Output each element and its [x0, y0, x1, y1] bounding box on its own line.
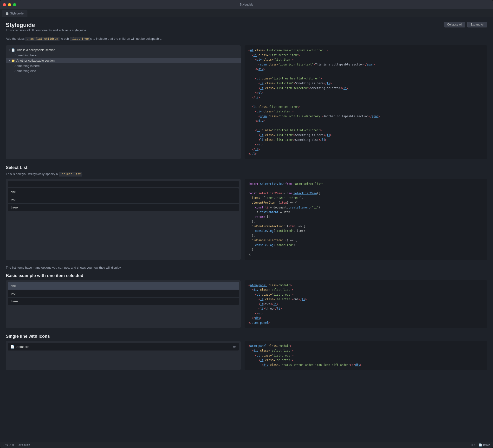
list-item[interactable]: three: [8, 298, 239, 305]
single-line-row: 📄 Some file ⊕ <atom-panel class='modal'>…: [6, 341, 487, 370]
page-subtitle: This exercises all UI components and act…: [6, 28, 87, 32]
tree-item-1-label: This is a collapsable section: [16, 48, 55, 52]
tree-demo: ▾ 📄 This is a collapsable section Someth…: [6, 45, 241, 75]
warning-icon: ⚠: [9, 443, 11, 447]
add-icon[interactable]: ⊕: [233, 345, 236, 348]
warning-number: 0: [12, 443, 14, 446]
select-list-code-panel: import SelectListView from 'atom-select-…: [245, 179, 487, 260]
info-line: Add the class .has-flat-children to sub-…: [6, 36, 487, 41]
expand-all-button[interactable]: Expand All: [467, 22, 487, 27]
chevron-down-icon: ▾: [9, 49, 10, 51]
file-item-right: ⊕: [233, 345, 236, 348]
error-number: 0: [7, 443, 8, 446]
close-button[interactable]: [3, 3, 6, 6]
status-bar: ⓘ 0 ⚠ 0 Styleguide ⇥ 2 📄 0 files: [0, 442, 493, 448]
list-item[interactable]: three: [8, 204, 239, 211]
tree-child-2-2[interactable]: Something else: [11, 68, 241, 73]
content-panel[interactable]: Styleguide This exercises all UI compone…: [0, 17, 493, 442]
tree-demo-panel: ▾ 📄 This is a collapsable section Someth…: [6, 45, 241, 159]
single-line-code-panel: <atom-panel class='modal'> <div class='s…: [245, 341, 487, 370]
main-area: Styleguide This exercises all UI compone…: [0, 17, 493, 442]
search-container: [8, 181, 239, 187]
page-title-group: Styleguide This exercises all UI compone…: [6, 22, 87, 34]
single-line-heading: Single line with icons: [6, 334, 487, 339]
file-count: 📄 0 files: [479, 443, 490, 447]
tab-size-label: ⇥: [470, 443, 472, 447]
file-name: Some file: [16, 345, 29, 348]
error-icon: ⓘ: [3, 443, 6, 447]
list-items-desc: The list items have many options you can…: [6, 266, 487, 269]
tab-size-value: 2: [473, 443, 475, 446]
list-item[interactable]: two: [8, 290, 239, 298]
list-item[interactable]: two: [8, 196, 239, 204]
tab-label: Styleguide: [10, 12, 23, 15]
select-list-code-block: import SelectListView from 'atom-select-…: [248, 182, 483, 257]
select-list-search-input[interactable]: [10, 182, 236, 186]
tree-code-panel: <ul class='list-tree has-collapsable-chi…: [245, 45, 487, 159]
tree-item-2-children: Something is here Something else: [6, 63, 241, 73]
select-list-demo-panel: one two three: [6, 179, 241, 260]
status-bar-right: ⇥ 2 📄 0 files: [470, 443, 490, 447]
single-line-demo: 📄 Some file ⊕: [6, 341, 241, 352]
basic-example-demo: one two three: [6, 280, 241, 307]
window-controls: [3, 3, 16, 6]
tree-item-2-label: Another collapsable section: [16, 59, 55, 62]
tab-bar: 📄 Styleguide: [0, 9, 493, 17]
select-list-demo: one two three: [6, 179, 241, 213]
project-name: Styleguide: [18, 443, 30, 446]
tree-child-2-1[interactable]: Something is here: [11, 63, 241, 68]
list-item[interactable]: one: [8, 188, 239, 196]
basic-select-list-items: one two three: [8, 282, 239, 305]
header-buttons: Collapse All Expand All: [444, 22, 487, 27]
select-list-section-row: one two three import SelectListView from…: [6, 179, 487, 260]
select-list-heading: Select List: [6, 165, 487, 170]
maximize-button[interactable]: [13, 3, 16, 6]
code-list-tree: .list-tree: [70, 37, 90, 41]
tree-code-block: <ul class='list-tree has-collapsable-chi…: [248, 48, 483, 157]
code-select-list: .select-list: [59, 172, 82, 177]
status-bar-left: ⓘ 0 ⚠ 0 Styleguide: [3, 443, 30, 447]
tab-styleguide[interactable]: 📄 Styleguide: [2, 10, 27, 17]
file-item-left: 📄 Some file: [11, 345, 29, 348]
select-list-desc: This is how you will typically specify a…: [6, 172, 487, 176]
file-text-icon: 📄: [11, 48, 15, 52]
code-has-flat-children: .has-flat-children: [25, 37, 60, 41]
file-count-value: 0 files: [483, 443, 490, 446]
file-item-row[interactable]: 📄 Some file ⊕: [8, 343, 239, 350]
titlebar: Styleguide: [0, 0, 493, 9]
page-title: Styleguide: [6, 22, 87, 28]
tree-item-1-children: Something here: [6, 53, 241, 58]
basic-example-code-panel: <atom-panel class='modal'> <div class='s…: [245, 280, 487, 328]
file-icon: 📄: [11, 345, 14, 348]
single-line-demo-panel: 📄 Some file ⊕: [6, 341, 241, 370]
chevron-right-icon: ▾: [9, 59, 10, 62]
app-window: Styleguide 📄 Styleguide Styleguide This …: [0, 0, 493, 448]
tree-item-2[interactable]: ▾ 📁 Another collapsable section: [6, 58, 241, 63]
tab-file-icon: 📄: [6, 12, 9, 15]
basic-example-row: one two three <atom-panel class='modal'>…: [6, 280, 487, 328]
select-list-items: one two three: [8, 188, 239, 211]
folder-icon: 📁: [11, 59, 15, 62]
page-header: Styleguide This exercises all UI compone…: [6, 22, 487, 34]
file-icon-status: 📄: [479, 443, 482, 447]
basic-example-code-block: <atom-panel class='modal'> <div class='s…: [248, 283, 483, 325]
window-title: Styleguide: [240, 3, 253, 6]
basic-example-heading: Basic example with one item selected: [6, 273, 487, 278]
basic-example-demo-panel: one two three: [6, 280, 241, 328]
single-line-code-block: <atom-panel class='modal'> <div class='s…: [248, 344, 483, 367]
tab-size: ⇥ 2: [470, 443, 475, 447]
tree-child-1-1[interactable]: Something here: [11, 53, 241, 58]
collapse-all-button[interactable]: Collapse All: [444, 22, 466, 27]
list-item[interactable]: one: [8, 282, 239, 290]
tree-item-1[interactable]: ▾ 📄 This is a collapsable section: [6, 47, 241, 53]
error-count: ⓘ 0 ⚠ 0: [3, 443, 14, 447]
tree-section-row: ▾ 📄 This is a collapsable section Someth…: [6, 45, 487, 159]
minimize-button[interactable]: [8, 3, 11, 6]
